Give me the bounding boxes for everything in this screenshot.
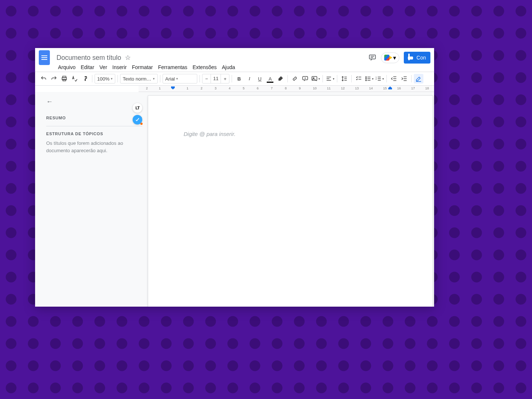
document-page[interactable]: Digite @ para inserir.: [148, 96, 433, 307]
lock-icon: [408, 55, 414, 60]
google-docs-window: Documento sem título ☆ ▾ Con Arquivo Edi…: [35, 48, 434, 307]
decrease-indent-button[interactable]: [389, 74, 399, 83]
first-line-indent-marker[interactable]: [171, 86, 175, 89]
line-spacing-button[interactable]: [340, 74, 349, 83]
svg-point-19: [366, 76, 366, 77]
svg-text:2: 2: [376, 78, 377, 80]
text-color-button[interactable]: A: [265, 74, 275, 83]
menu-formatar[interactable]: Formatar: [132, 64, 153, 70]
vertical-ruler[interactable]: [35, 92, 40, 307]
ruler-tick: 17: [411, 86, 415, 90]
insert-placeholder: Digite @ para inserir.: [148, 96, 433, 137]
chevron-down-icon: ▾: [176, 77, 178, 81]
increase-indent-button[interactable]: [399, 74, 409, 83]
bold-button[interactable]: B: [234, 74, 244, 83]
ruler-tick: 15: [383, 86, 387, 90]
chevron-down-icon: ▾: [382, 77, 384, 81]
ruler-tick: 18: [425, 86, 429, 90]
horizontal-ruler[interactable]: 2 1 1 2 3 4 5 6 7 8 9 10 11 12 13 14 15 …: [139, 86, 434, 92]
numbered-list-button[interactable]: 12 ▾: [375, 74, 384, 83]
svg-rect-0: [369, 55, 376, 59]
menu-extensoes[interactable]: Extensões: [192, 64, 216, 70]
ruler-tick: 12: [341, 86, 345, 90]
toolbar: 100% ▾ Texto norm… ▾ Arial ▾ − 11 + B I …: [35, 72, 434, 86]
menu-ferramentas[interactable]: Ferramentas: [158, 64, 187, 70]
redo-button[interactable]: [49, 74, 59, 83]
page-canvas: Digite @ para inserir.: [148, 92, 434, 307]
meet-button[interactable]: ▾: [381, 52, 399, 63]
menu-ajuda[interactable]: Ajuda: [222, 64, 235, 70]
chevron-down-icon: ▾: [372, 77, 374, 81]
font-select[interactable]: Arial ▾: [163, 74, 197, 83]
chevron-down-icon: ▾: [333, 77, 334, 81]
underline-button[interactable]: U: [255, 74, 265, 83]
font-size-stepper: − 11 +: [202, 74, 229, 83]
ruler-tick: 14: [369, 86, 373, 90]
ruler-tick: 5: [243, 86, 245, 90]
right-indent-marker[interactable]: [388, 86, 392, 89]
ruler-tick: 1: [187, 86, 188, 90]
share-label: Con: [416, 55, 426, 61]
highlight-color-button[interactable]: [276, 74, 285, 83]
bulleted-list-button[interactable]: ▾: [364, 74, 374, 83]
ruler-tick: 2: [201, 86, 202, 90]
font-size-increase[interactable]: +: [221, 76, 229, 82]
chevron-down-icon: ▾: [153, 77, 155, 81]
insert-link-button[interactable]: [290, 74, 300, 83]
ruler-tick: 9: [299, 86, 301, 90]
docs-logo-icon[interactable]: [39, 50, 50, 65]
font-size-decrease[interactable]: −: [202, 76, 211, 82]
plugin-stack: LT: [133, 103, 142, 125]
paint-format-button[interactable]: [80, 74, 90, 83]
align-button[interactable]: ▾: [325, 74, 335, 83]
ruler-tick: 8: [285, 86, 287, 90]
share-button[interactable]: Con: [404, 52, 430, 64]
insert-comment-button[interactable]: [300, 74, 310, 83]
zoom-value: 100%: [97, 76, 109, 82]
ruler-tick: 6: [257, 86, 259, 90]
zoom-select[interactable]: 100% ▾: [95, 74, 115, 83]
languagetool-plugin-icon[interactable]: LT: [133, 103, 142, 113]
checklist-button[interactable]: [354, 74, 364, 83]
divider: [46, 126, 142, 126]
print-button[interactable]: [59, 74, 69, 83]
ruler-tick: 10: [313, 86, 317, 90]
chevron-down-icon: ▾: [111, 77, 113, 81]
ruler-tick: 1: [159, 86, 161, 90]
menu-editar[interactable]: Editar: [81, 64, 94, 70]
outline-sidebar: ← RESUMO + ESTRUTURA DE TÓPICOS Os títul…: [40, 92, 148, 307]
svg-point-21: [366, 80, 366, 81]
menu-bar: Arquivo Editar Ver Inserir Formatar Ferr…: [35, 64, 434, 72]
ruler-tick: 2: [146, 86, 148, 90]
star-icon[interactable]: ☆: [125, 54, 131, 62]
document-title[interactable]: Documento sem título: [57, 54, 121, 62]
italic-button[interactable]: I: [245, 74, 254, 83]
outline-resumo-title: RESUMO: [46, 116, 66, 120]
menu-ver[interactable]: Ver: [99, 64, 107, 70]
spellcheck-button[interactable]: [70, 74, 79, 83]
font-size-value[interactable]: 11: [211, 74, 221, 83]
ruler-tick: 4: [229, 86, 231, 90]
ruler-tick: 11: [327, 86, 331, 90]
menu-arquivo[interactable]: Arquivo: [58, 64, 75, 70]
menu-inserir[interactable]: Inserir: [112, 64, 127, 70]
chevron-down-icon: ▾: [393, 54, 396, 61]
grammar-check-plugin-icon[interactable]: [133, 115, 142, 125]
svg-point-20: [366, 78, 366, 79]
title-bar: Documento sem título ☆ ▾ Con: [35, 48, 434, 64]
ruler-tick: 16: [397, 86, 401, 90]
editing-mode-button[interactable]: [414, 74, 423, 83]
comment-history-icon[interactable]: [368, 53, 377, 62]
outline-empty-text: Os títulos que forem adicionados ao docu…: [46, 140, 142, 154]
paragraph-style-select[interactable]: Texto norm… ▾: [120, 74, 158, 83]
editor-body: ← RESUMO + ESTRUTURA DE TÓPICOS Os títul…: [35, 92, 434, 307]
chevron-down-icon: ▾: [318, 77, 320, 81]
close-outline-icon[interactable]: ←: [46, 98, 142, 106]
ruler-tick: 7: [271, 86, 273, 90]
paragraph-style-value: Texto norm…: [123, 76, 151, 82]
undo-button[interactable]: [39, 74, 48, 83]
outline-estrutura-title: ESTRUTURA DE TÓPICOS: [46, 132, 103, 136]
insert-image-button[interactable]: ▾: [311, 74, 320, 83]
ruler-tick: 3: [215, 86, 216, 90]
meet-icon: [384, 55, 392, 61]
